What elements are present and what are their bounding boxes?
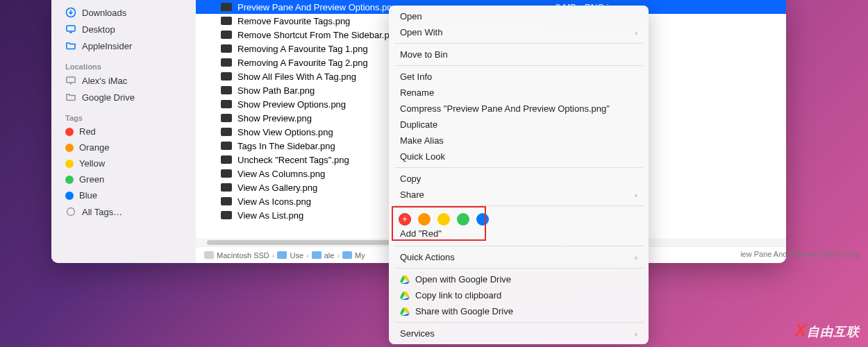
tag-dot-icon — [65, 128, 74, 136]
file-name: View As Columns.png — [237, 169, 325, 179]
sidebar-tag-green[interactable]: Green — [51, 171, 196, 187]
sidebar-tag-orange[interactable]: Orange — [51, 139, 196, 155]
file-thumbnail-icon — [221, 155, 232, 164]
sidebar-item-downloads[interactable]: Downloads — [51, 4, 196, 21]
file-thumbnail-icon — [221, 197, 232, 205]
menu-services[interactable]: Services› — [389, 325, 649, 341]
chevron-right-icon: › — [635, 28, 637, 37]
file-thumbnail-icon — [221, 169, 232, 178]
path-segment[interactable]: ale — [312, 251, 335, 260]
sidebar-tag-blue[interactable]: Blue — [51, 187, 196, 203]
file-thumbnail-icon — [221, 142, 232, 150]
svg-point-3 — [67, 208, 75, 216]
menu-open-gdrive[interactable]: Open with Google Drive — [389, 271, 649, 287]
tag-color-row: + — [389, 209, 649, 227]
svg-rect-2 — [67, 77, 75, 83]
sidebar-item-label: Google Drive — [82, 92, 135, 103]
folder-icon — [65, 92, 76, 103]
menu-move-to-bin[interactable]: Move to Bin — [389, 46, 649, 62]
all-tags-icon — [65, 206, 76, 217]
menu-separator — [394, 43, 643, 44]
file-thumbnail-icon — [221, 3, 232, 11]
tag-dot-icon — [65, 160, 74, 168]
sidebar: Downloads Desktop AppleInsider Locations… — [51, 0, 196, 263]
file-thumbnail-icon — [221, 183, 232, 192]
file-name: View As Gallery.png — [237, 183, 317, 193]
sidebar-tag-red[interactable]: Red — [51, 124, 196, 139]
sidebar-item-imac[interactable]: Alex's iMac — [51, 72, 196, 89]
sidebar-item-all-tags[interactable]: All Tags… — [51, 203, 196, 220]
sidebar-item-gdrive[interactable]: Google Drive — [51, 89, 196, 105]
menu-copy[interactable]: Copy — [389, 171, 649, 187]
tag-color-blue[interactable] — [476, 213, 489, 226]
chevron-right-icon: › — [635, 191, 637, 199]
plus-icon: + — [402, 215, 407, 223]
chevron-right-icon: › — [635, 330, 637, 338]
menu-share[interactable]: Share› — [389, 187, 649, 203]
sidebar-item-label: Desktop — [82, 24, 115, 35]
tag-dot-icon — [65, 144, 74, 152]
tag-color-green[interactable] — [457, 213, 469, 226]
menu-open-with[interactable]: Open With› — [389, 24, 649, 40]
sidebar-item-label: Yellow — [79, 158, 105, 169]
file-name: Show Preview Options.png — [237, 99, 346, 110]
tag-dot-icon — [65, 176, 74, 184]
tag-color-red[interactable]: + — [399, 213, 411, 226]
menu-separator — [394, 65, 643, 66]
path-segment[interactable]: Use — [277, 251, 303, 260]
file-name: Removing A Favourite Tag 1.png — [237, 44, 368, 54]
menu-separator — [394, 322, 643, 323]
desktop-icon — [65, 24, 76, 35]
path-segment[interactable]: Macintosh SSD — [204, 251, 269, 260]
svg-rect-1 — [67, 26, 75, 31]
watermark: X自由互联 — [795, 321, 860, 340]
file-thumbnail-icon — [221, 114, 232, 122]
menu-rename[interactable]: Rename — [389, 85, 649, 101]
tag-color-yellow[interactable] — [437, 213, 450, 226]
google-drive-icon — [400, 276, 410, 284]
folder-icon — [312, 251, 322, 259]
menu-quick-look[interactable]: Quick Look — [389, 149, 649, 164]
download-icon — [65, 7, 76, 18]
menu-separator — [394, 246, 643, 246]
sidebar-item-label: Alex's iMac — [82, 76, 127, 86]
scrollbar-thumb[interactable] — [207, 240, 394, 245]
file-thumbnail-icon — [221, 58, 232, 67]
path-segment[interactable]: My — [342, 251, 365, 260]
file-thumbnail-icon — [221, 211, 232, 219]
menu-get-info[interactable]: Get Info — [389, 69, 649, 85]
menu-duplicate[interactable]: Duplicate — [389, 117, 649, 133]
chevron-right-icon: › — [337, 251, 340, 260]
menu-copy-link[interactable]: Copy link to clipboard — [389, 287, 649, 303]
file-name: Show Preview.png — [237, 113, 312, 124]
file-name: Show All Files With A Tag.png — [237, 71, 356, 82]
menu-compress[interactable]: Compress "Preview Pane And Preview Optio… — [389, 101, 649, 117]
file-thumbnail-icon — [221, 72, 232, 81]
add-tag-label: Add "Red" — [389, 227, 649, 243]
file-name: Show Path Bar.png — [237, 85, 315, 96]
tag-color-orange[interactable] — [418, 213, 431, 226]
context-menu: Open Open With› Move to Bin Get Info Ren… — [389, 6, 649, 344]
sidebar-item-label: Green — [79, 174, 104, 185]
menu-make-alias[interactable]: Make Alias — [389, 133, 649, 149]
sidebar-item-desktop[interactable]: Desktop — [51, 21, 196, 37]
sidebar-locations-header: Locations — [51, 60, 196, 72]
sidebar-item-appleinsider[interactable]: AppleInsider — [51, 37, 196, 54]
sidebar-item-label: AppleInsider — [82, 41, 132, 51]
file-thumbnail-icon — [221, 31, 232, 39]
preview-filename: iew Pane And Preview Options.png — [740, 250, 860, 258]
file-name: Tags In The Sidebar.png — [237, 141, 335, 151]
menu-share-gdrive[interactable]: Share with Google Drive — [389, 303, 649, 319]
folder-icon — [65, 40, 76, 51]
file-name: Remove Shortcut From The Sidebar.png — [237, 30, 399, 40]
menu-open[interactable]: Open — [389, 8, 649, 24]
file-name: View As List.png — [237, 210, 303, 221]
chevron-right-icon: › — [272, 251, 275, 260]
file-name: Remove Favourite Tags.png — [237, 16, 350, 26]
tag-dot-icon — [65, 192, 74, 200]
file-name: Removing A Favourite Tag 2.png — [237, 58, 368, 68]
sidebar-tag-yellow[interactable]: Yellow — [51, 155, 196, 171]
menu-quick-actions[interactable]: Quick Actions› — [389, 249, 649, 265]
sidebar-item-label: Downloads — [82, 8, 126, 18]
folder-icon — [342, 251, 352, 259]
